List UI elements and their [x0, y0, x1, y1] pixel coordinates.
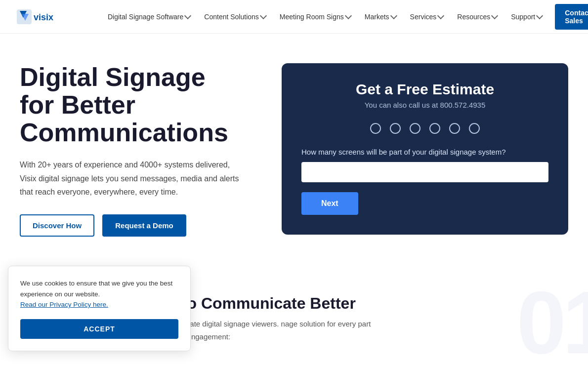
- discover-how-button[interactable]: Discover How: [20, 214, 94, 237]
- progress-dot-6: [469, 123, 480, 134]
- nav-item-support[interactable]: Support: [504, 9, 549, 25]
- nav-item-markets[interactable]: Markets: [358, 9, 403, 25]
- progress-dot-5: [449, 123, 460, 134]
- next-button[interactable]: Next: [301, 192, 358, 215]
- hero-buttons: Discover How Request a Demo: [20, 214, 262, 237]
- svg-text:visix: visix: [34, 12, 53, 22]
- progress-dot-3: [410, 123, 420, 134]
- progress-dot-2: [390, 123, 401, 134]
- request-demo-button[interactable]: Request a Demo: [102, 214, 186, 237]
- cookie-text: We use cookies to ensure that we give yo…: [20, 278, 178, 310]
- nav-item-meeting-room-signs[interactable]: Meeting Room Signs: [273, 9, 358, 25]
- estimate-progress-dots: [301, 123, 548, 134]
- nav-item-resources[interactable]: Resources: [450, 9, 504, 25]
- contact-sales-button[interactable]: Contact Sales: [555, 4, 588, 30]
- nav-item-digital-signage-software[interactable]: Digital Signage Software: [101, 9, 197, 25]
- hero-title: Digital Signage for Better Communication…: [20, 63, 262, 146]
- estimate-question: How many screens will be part of your di…: [301, 148, 548, 156]
- estimate-title: Get a Free Estimate: [301, 81, 548, 98]
- nav-links: Digital Signage Software Content Solutio…: [101, 4, 588, 30]
- chevron-down-icon: [345, 12, 352, 19]
- progress-dot-1: [370, 123, 381, 134]
- hero-description: With 20+ years of experience and 4000+ s…: [20, 158, 247, 199]
- chevron-down-icon: [437, 12, 444, 19]
- chevron-down-icon: [390, 12, 397, 19]
- chevron-down-icon: [184, 12, 191, 19]
- nav-item-content-solutions[interactable]: Content Solutions: [197, 9, 273, 25]
- cookie-accept-button[interactable]: ACCEPT: [20, 319, 178, 339]
- hero-section: Digital Signage for Better Communication…: [0, 34, 588, 271]
- background-decoration-text: 01: [517, 271, 588, 359]
- privacy-policy-link[interactable]: Read our Privacy Policy here.: [20, 301, 108, 308]
- chevron-down-icon: [491, 12, 498, 19]
- hero-left: Digital Signage for Better Communication…: [20, 63, 262, 237]
- cookie-banner: We use cookies to ensure that we give yo…: [8, 266, 191, 351]
- progress-dot-4: [429, 123, 440, 134]
- main-nav: visix Digital Signage Software Content S…: [0, 0, 588, 34]
- screens-count-input[interactable]: [301, 162, 548, 182]
- chevron-down-icon: [260, 12, 267, 19]
- nav-item-services[interactable]: Services: [403, 9, 451, 25]
- estimate-subtitle: You can also call us at 800.572.4935: [301, 101, 548, 109]
- logo[interactable]: visix: [16, 7, 85, 27]
- chevron-down-icon: [536, 12, 543, 19]
- estimate-card: Get a Free Estimate You can also call us…: [282, 63, 568, 235]
